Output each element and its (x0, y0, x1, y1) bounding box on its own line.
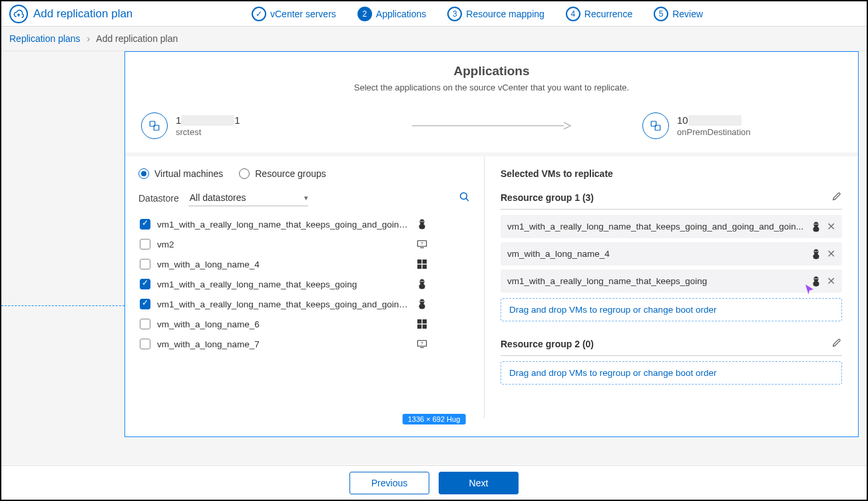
svg-point-42 (815, 278, 815, 279)
vm-name: vm1_with_a_really_long_name_that_keeps_g… (157, 299, 410, 309)
remove-icon[interactable]: ✕ (827, 220, 835, 233)
radio-virtual-machines[interactable]: Virtual machines (138, 168, 223, 179)
svg-point-18 (420, 279, 425, 285)
step-label: Recurrence (584, 9, 632, 19)
wizard-step-vcenter-servers[interactable]: ✓vCenter servers (252, 7, 336, 21)
wizard-title-block: Add replication plan (9, 5, 236, 23)
svg-rect-26 (417, 319, 421, 323)
selected-vm-row[interactable]: vm1_with_a_really_long_name_that_keeps_g… (501, 269, 842, 293)
svg-point-9 (423, 221, 423, 222)
windows-icon (417, 319, 427, 329)
svg-point-34 (815, 224, 815, 225)
svg-point-19 (421, 281, 421, 282)
drop-zone[interactable]: Drag and drop VMs to regroup or change b… (501, 361, 842, 385)
vm-checkbox[interactable] (140, 319, 150, 329)
datastore-label: Datastore (138, 193, 179, 204)
vm-row[interactable]: vm_with_a_long_name_7? (138, 334, 471, 354)
source-endpoint: 11 srctest (141, 112, 341, 139)
unknown-icon: ? (417, 239, 427, 250)
vm-row[interactable]: vm1_with_a_really_long_name_that_keeps_g… (138, 214, 471, 234)
previous-button[interactable]: Previous (349, 472, 429, 494)
panel-subtitle: Select the applications on the source vC… (125, 83, 858, 92)
dest-ip-prefix: 10 (677, 114, 688, 126)
redacted-block (181, 115, 234, 126)
next-button[interactable]: Next (439, 472, 519, 494)
redacted-block (688, 115, 742, 126)
vm-checkbox[interactable] (140, 339, 150, 349)
cursor-hint-icon (803, 283, 815, 299)
vm-list: vm1_with_a_really_long_name_that_keeps_g… (138, 214, 471, 354)
remove-icon[interactable]: ✕ (827, 275, 835, 287)
svg-point-5 (461, 193, 467, 200)
resource-group-title: Resource group 2 (0) (501, 339, 594, 349)
wizard-header: Add replication plan ✓vCenter servers2Ap… (1, 1, 867, 27)
vm-checkbox[interactable] (140, 259, 150, 269)
breadcrumb-root[interactable]: Replication plans (9, 33, 81, 44)
svg-point-8 (421, 221, 421, 222)
svg-text:?: ? (421, 341, 423, 345)
vm-checkbox[interactable] (140, 239, 150, 250)
datastore-filter-row: Datastore All datastores ▾ (138, 190, 471, 206)
svg-point-33 (814, 222, 819, 227)
source-ip: 11 (176, 114, 240, 126)
svg-point-38 (815, 251, 815, 252)
source-dest-bar: 11 srctest 10 onPremDestination (125, 99, 858, 152)
unknown-icon: ? (417, 339, 427, 349)
drop-zone[interactable]: Drag and drop VMs to regroup or change b… (501, 298, 842, 321)
vm-row[interactable]: vm2? (138, 234, 471, 254)
svg-point-7 (420, 220, 425, 225)
step-number-icon: 3 (447, 7, 462, 21)
vm-row[interactable]: vm_with_a_long_name_6 (138, 314, 471, 334)
design-guide-horizontal (1, 305, 124, 306)
step-number-icon: 4 (566, 7, 580, 21)
wizard-footer: Previous Next (1, 465, 867, 500)
vm-row[interactable]: vm1_with_a_really_long_name_that_keeps_g… (138, 274, 471, 294)
linux-icon (811, 222, 821, 232)
vm-checkbox[interactable] (140, 299, 150, 309)
selected-vm-name: vm_with_a_long_name_4 (507, 249, 805, 259)
vm-checkbox[interactable] (140, 279, 150, 289)
svg-point-41 (814, 276, 819, 281)
radio-rg-input[interactable] (239, 168, 250, 179)
vm-row[interactable]: vm1_with_a_really_long_name_that_keeps_g… (138, 294, 471, 314)
svg-rect-28 (417, 325, 421, 329)
svg-rect-16 (417, 265, 421, 269)
vcenter-icon (141, 112, 168, 139)
wizard-step-applications[interactable]: 2Applications (357, 7, 427, 21)
vm-name: vm1_with_a_really_long_name_that_keeps_g… (157, 220, 410, 230)
radio-vm-label: Virtual machines (154, 168, 223, 179)
vm-name: vm_with_a_long_name_7 (157, 339, 410, 349)
vm-selector-pane: Virtual machines Resource groups Datasto… (125, 156, 485, 418)
svg-point-43 (817, 278, 817, 279)
source-ip-prefix: 1 (176, 114, 181, 126)
wizard-step-review[interactable]: 5Review (654, 7, 703, 21)
step-label: Resource mapping (466, 9, 544, 19)
wizard-step-resource-mapping[interactable]: 3Resource mapping (447, 7, 544, 21)
wizard-steps: ✓vCenter servers2Applications3Resource m… (252, 7, 703, 21)
datastore-select[interactable]: All datastores (188, 190, 308, 206)
selected-vm-row[interactable]: vm_with_a_long_name_4✕ (501, 242, 842, 265)
selected-vm-row[interactable]: vm1_with_a_really_long_name_that_keeps_g… (501, 215, 842, 238)
search-icon[interactable] (459, 191, 471, 205)
radio-resource-groups[interactable]: Resource groups (239, 168, 326, 179)
body-split: Virtual machines Resource groups Datasto… (125, 152, 858, 418)
wizard-step-recurrence[interactable]: 4Recurrence (566, 7, 632, 21)
vcenter-icon (642, 112, 669, 139)
main-outer: Applications Select the applications on … (1, 51, 867, 464)
svg-text:?: ? (421, 242, 423, 246)
edit-icon[interactable] (831, 337, 842, 350)
radio-vm-input[interactable] (138, 168, 149, 179)
svg-line-6 (466, 198, 469, 201)
edit-icon[interactable] (831, 191, 842, 204)
vm-row[interactable]: vm_with_a_long_name_4 (138, 254, 471, 274)
vm-name: vm_with_a_long_name_4 (157, 259, 410, 269)
svg-rect-27 (423, 319, 427, 323)
remove-icon[interactable]: ✕ (827, 248, 835, 260)
step-label: vCenter servers (270, 9, 336, 19)
linux-icon (417, 299, 427, 309)
linux-icon (811, 249, 821, 259)
frame-size-pill: 1336 × 692 Hug (403, 414, 466, 424)
vm-checkbox[interactable] (140, 219, 150, 230)
linux-icon (417, 279, 427, 289)
panel-title: Applications (125, 64, 858, 79)
